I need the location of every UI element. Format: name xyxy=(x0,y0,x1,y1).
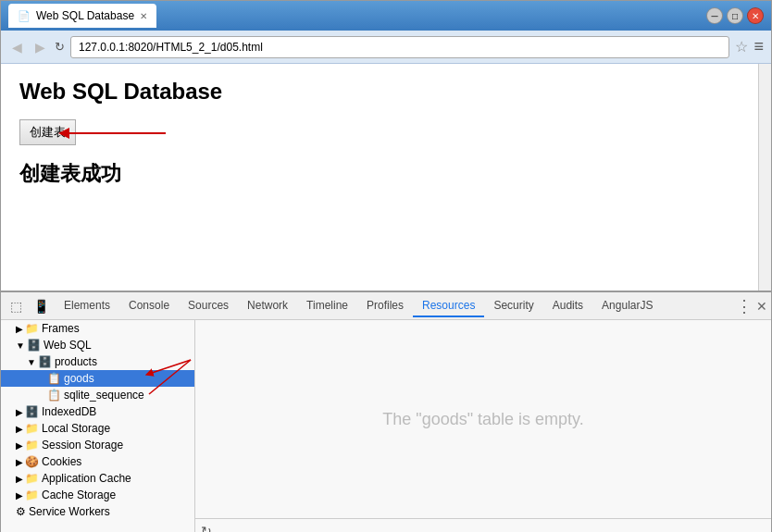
browser-tab[interactable]: 📄 Web SQL Database ✕ xyxy=(8,4,156,28)
success-message: 创建表成功 xyxy=(19,160,740,188)
page-upper: Web SQL Database 创建表 创建表成功 xyxy=(1,64,771,291)
close-button[interactable]: ✕ xyxy=(747,7,764,24)
local-storage-expand-icon: ▶ xyxy=(16,424,23,434)
tab-close-button[interactable]: ✕ xyxy=(140,11,147,21)
tab-timeline[interactable]: Timeline xyxy=(297,295,357,317)
maximize-button[interactable]: □ xyxy=(727,7,743,24)
tab-sources[interactable]: Sources xyxy=(179,295,238,317)
sidebar-item-frames[interactable]: ▶ 📁 Frames xyxy=(1,320,194,337)
title-bar: 📄 Web SQL Database ✕ ─ □ ✕ xyxy=(1,1,771,31)
main-toolbar: ↻ xyxy=(195,518,771,532)
resources-sidebar: ▶ 📁 Frames ▼ 🗄️ Web SQL ▼ 🗄️ xyxy=(1,320,195,532)
sidebar-item-websql[interactable]: ▼ 🗄️ Web SQL xyxy=(1,337,194,353)
app-cache-folder-icon: 📁 xyxy=(25,472,39,485)
resources-main-panel: The "goods" table is empty. ↻ xyxy=(195,320,771,532)
tab-audits[interactable]: Audits xyxy=(543,295,592,317)
page-title: Web SQL Database xyxy=(19,79,740,105)
bookmark-icon[interactable]: ☆ xyxy=(735,38,748,56)
page-scrollbar[interactable] xyxy=(758,64,771,291)
back-button[interactable]: ◀ xyxy=(8,38,26,56)
frames-expand-icon: ▶ xyxy=(16,324,23,334)
table-empty-message: The "goods" table is empty. xyxy=(195,320,771,518)
session-storage-folder-icon: 📁 xyxy=(25,439,39,452)
page-main-content: Web SQL Database 创建表 创建表成功 xyxy=(1,64,758,291)
sidebar-label-goods: goods xyxy=(64,372,94,385)
tab-resources[interactable]: Resources xyxy=(413,295,484,317)
devtools-icon-inspect[interactable]: ⬚ xyxy=(5,295,28,317)
tab-title: Web SQL Database xyxy=(36,9,134,22)
devtools-icon-mobile[interactable]: 📱 xyxy=(28,295,55,317)
products-folder-icon: 🗄️ xyxy=(38,355,52,368)
websql-expand-icon: ▼ xyxy=(16,340,25,351)
cookies-expand-icon: ▶ xyxy=(16,457,23,467)
sqlite-table-icon: 📋 xyxy=(47,389,61,402)
tab-angularjs[interactable]: AngularJS xyxy=(592,295,662,317)
svg-line-2 xyxy=(149,360,191,374)
window-controls: ─ □ ✕ xyxy=(706,7,764,24)
indexeddb-folder-icon: 🗄️ xyxy=(25,405,39,418)
minimize-button[interactable]: ─ xyxy=(706,7,723,24)
sidebar-item-local-storage[interactable]: ▶ 📁 Local Storage xyxy=(1,420,194,437)
websql-folder-icon: 🗄️ xyxy=(27,339,41,352)
devtools-tabbar: ⬚ 📱 Elements Console Sources Network Tim… xyxy=(1,292,771,320)
cookies-folder-icon: 🍪 xyxy=(25,455,39,468)
sidebar-item-cookies[interactable]: ▶ 🍪 Cookies xyxy=(1,453,194,470)
refresh-button[interactable]: ↻ xyxy=(55,40,65,54)
tab-network[interactable]: Network xyxy=(238,295,297,317)
devtools-more-icon[interactable]: ⋮ xyxy=(732,296,756,316)
forward-button[interactable]: ▶ xyxy=(31,38,49,56)
sidebar-item-session-storage[interactable]: ▶ 📁 Session Storage xyxy=(1,437,194,453)
sidebar-label-frames: Frames xyxy=(42,322,80,335)
sidebar-label-sqlite-sequence: sqlite_sequence xyxy=(64,389,144,402)
frames-folder-icon: 📁 xyxy=(25,322,39,335)
indexeddb-expand-icon: ▶ xyxy=(16,407,23,417)
address-bar: ◀ ▶ ↻ ☆ ≡ xyxy=(1,31,771,64)
devtools-panel: ⬚ 📱 Elements Console Sources Network Tim… xyxy=(1,291,771,532)
products-expand-icon: ▼ xyxy=(27,357,36,367)
sidebar-item-app-cache[interactable]: ▶ 📁 Application Cache xyxy=(1,470,194,487)
arrow-annotation-sidebar xyxy=(144,355,195,411)
sidebar-label-session-storage: Session Storage xyxy=(42,439,123,452)
cache-storage-expand-icon: ▶ xyxy=(16,490,23,501)
sidebar-label-local-storage: Local Storage xyxy=(42,422,110,435)
sidebar-label-indexeddb: IndexedDB xyxy=(42,405,96,418)
session-storage-expand-icon: ▶ xyxy=(16,440,23,451)
sidebar-label-cache-storage: Cache Storage xyxy=(42,489,116,501)
sidebar-label-products: products xyxy=(55,355,97,368)
local-storage-folder-icon: 📁 xyxy=(25,422,39,435)
refresh-data-button[interactable]: ↻ xyxy=(201,524,212,533)
menu-icon[interactable]: ≡ xyxy=(753,37,764,56)
tab-page-icon: 📄 xyxy=(18,10,31,22)
sidebar-label-cookies: Cookies xyxy=(42,455,81,468)
tab-elements[interactable]: Elements xyxy=(55,295,119,317)
sidebar-item-cache-storage[interactable]: ▶ 📁 Cache Storage xyxy=(1,487,194,503)
sidebar-label-app-cache: Application Cache xyxy=(42,472,131,485)
tab-console[interactable]: Console xyxy=(119,295,179,317)
app-cache-expand-icon: ▶ xyxy=(16,474,23,484)
arrow-annotation xyxy=(55,119,175,147)
devtools-body: ▶ 📁 Frames ▼ 🗄️ Web SQL ▼ 🗄️ xyxy=(1,320,771,532)
sidebar-item-service-workers[interactable]: ⚙ Service Workers xyxy=(1,503,194,520)
tab-security[interactable]: Security xyxy=(484,295,542,317)
tab-profiles[interactable]: Profiles xyxy=(357,295,413,317)
svg-line-3 xyxy=(149,360,191,394)
cache-storage-folder-icon: 📁 xyxy=(25,489,39,501)
url-input[interactable] xyxy=(70,36,729,58)
sidebar-label-service-workers: Service Workers xyxy=(29,505,110,518)
service-workers-gear-icon: ⚙ xyxy=(16,505,26,518)
goods-table-icon: 📋 xyxy=(47,372,61,385)
sidebar-label-websql: Web SQL xyxy=(44,339,92,352)
devtools-close-button[interactable]: ✕ xyxy=(756,299,767,314)
